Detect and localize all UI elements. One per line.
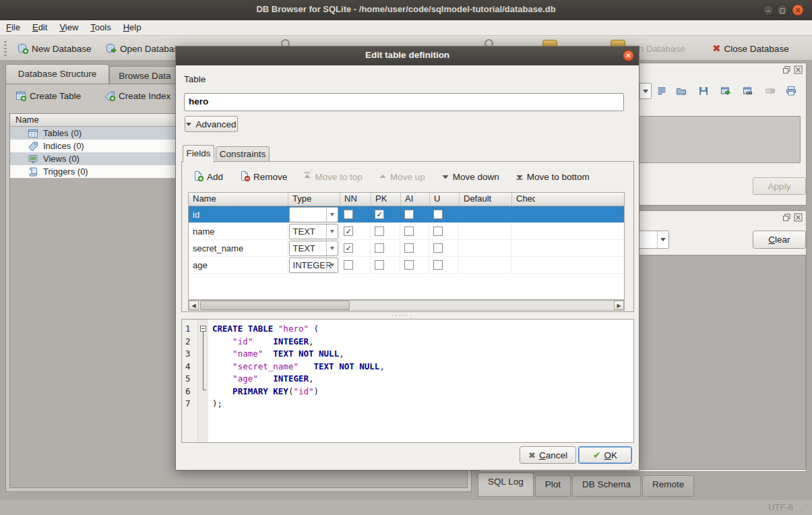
bottom-tab-plot[interactable]: Plot: [535, 475, 571, 497]
sql-log-area[interactable]: [638, 255, 806, 470]
open-database-button[interactable]: Open Database: [103, 40, 187, 57]
u-checkbox[interactable]: [433, 260, 443, 270]
menu-tools[interactable]: Tools: [84, 20, 117, 35]
dialog-close-button[interactable]: ✕: [623, 50, 634, 61]
tab-constraints[interactable]: Constraints: [216, 146, 270, 162]
column-header-check[interactable]: Check: [512, 193, 535, 206]
u-checkbox[interactable]: [433, 226, 443, 236]
scroll-thumb[interactable]: [200, 301, 350, 310]
table-name-input[interactable]: hero: [184, 93, 624, 111]
column-header-default[interactable]: Default: [460, 193, 512, 206]
save-icon[interactable]: [698, 86, 710, 98]
null-icon[interactable]: [765, 86, 777, 98]
nn-checkbox[interactable]: [344, 260, 353, 270]
default-cell[interactable]: [459, 240, 511, 256]
tab-fields[interactable]: Fields: [183, 145, 214, 162]
nn-checkbox[interactable]: ✓: [344, 243, 353, 253]
tab-browse-data[interactable]: Browse Data: [109, 66, 181, 84]
column-header-u[interactable]: U: [430, 193, 460, 206]
dialog-resize-grip[interactable]: ⋰: [630, 462, 636, 468]
field-row-name[interactable]: nameTEXT✓: [189, 223, 624, 240]
encoding-indicator[interactable]: UTF-8: [768, 502, 793, 512]
field-name-cell[interactable]: secret_name: [189, 240, 288, 256]
ok-button[interactable]: ✔ OK: [578, 446, 632, 464]
check-cell[interactable]: [511, 223, 624, 239]
ai-checkbox[interactable]: [404, 243, 414, 253]
column-header-ai[interactable]: AI: [401, 193, 430, 206]
grid-hscrollbar[interactable]: ◀ ▶: [188, 300, 625, 311]
scroll-left-icon[interactable]: ◀: [189, 301, 199, 310]
menu-file[interactable]: File: [0, 20, 26, 35]
u-checkbox[interactable]: [433, 243, 443, 253]
text-lines-icon[interactable]: [656, 86, 668, 98]
u-checkbox[interactable]: [433, 210, 443, 219]
default-cell[interactable]: [459, 223, 511, 239]
field-name-cell[interactable]: name: [189, 223, 288, 239]
create-table-button[interactable]: Create Table: [13, 89, 84, 102]
type-combo[interactable]: TEXT: [289, 224, 338, 239]
export-icon[interactable]: [720, 86, 732, 98]
field-row-id[interactable]: idINTEGER✓: [189, 206, 624, 223]
import-icon[interactable]: [676, 86, 688, 98]
move-to-bottom-button[interactable]: Move to bottom: [513, 169, 592, 185]
resize-grip[interactable]: ⋰: [801, 505, 807, 512]
link-icon[interactable]: [743, 86, 755, 98]
pk-checkbox[interactable]: [375, 226, 384, 236]
dock-close-icon[interactable]: [794, 213, 803, 222]
maximize-button[interactable]: ◻: [776, 4, 788, 16]
check-cell[interactable]: [511, 257, 624, 273]
bottom-tab-sql-log[interactable]: SQL Log: [478, 473, 534, 497]
pk-checkbox[interactable]: ✓: [375, 210, 384, 219]
ai-checkbox[interactable]: [404, 210, 414, 219]
dock-splitter[interactable]: ·······: [636, 202, 661, 210]
add-button[interactable]: Add: [190, 169, 226, 185]
remove-button[interactable]: Remove: [237, 169, 290, 185]
check-cell[interactable]: [511, 206, 624, 222]
clear-log-button[interactable]: Clear: [753, 231, 806, 249]
window-close-button[interactable]: ✕: [792, 4, 804, 16]
column-header-name[interactable]: Name: [189, 193, 288, 206]
dialog-splitter[interactable]: ······: [392, 311, 413, 319]
nn-checkbox[interactable]: ✓: [344, 226, 353, 236]
column-header-nn[interactable]: NN: [340, 193, 371, 206]
default-cell[interactable]: [459, 206, 511, 222]
new-database-button[interactable]: New Database: [15, 40, 94, 57]
minimize-button[interactable]: –: [762, 4, 774, 16]
close-database-button[interactable]: ✖ Close Database: [710, 40, 792, 57]
nn-checkbox[interactable]: [344, 210, 353, 219]
field-row-secret_name[interactable]: secret_nameTEXT✓: [189, 240, 624, 257]
move-down-button[interactable]: Move down: [439, 169, 502, 185]
default-cell[interactable]: [459, 257, 511, 273]
menu-edit[interactable]: Edit: [26, 20, 53, 35]
ai-checkbox[interactable]: [404, 260, 414, 270]
field-name-cell[interactable]: age: [189, 257, 288, 273]
menu-view[interactable]: View: [53, 20, 84, 35]
move-up-button[interactable]: Move up: [376, 169, 428, 185]
apply-button[interactable]: Apply: [753, 177, 806, 195]
field-name-cell[interactable]: id: [189, 206, 288, 222]
dock-float-icon[interactable]: [782, 213, 791, 222]
create-index-button[interactable]: Create Index: [102, 89, 173, 102]
advanced-toggle[interactable]: Advanced: [185, 116, 238, 132]
type-combo[interactable]: INTEGER: [289, 258, 338, 273]
scroll-right-icon[interactable]: ▶: [614, 301, 624, 310]
move-to-top-button[interactable]: Move to top: [301, 169, 365, 185]
type-combo[interactable]: INTEGER: [289, 207, 338, 222]
dialog-titlebar[interactable]: Edit table definition ✕: [176, 47, 639, 65]
column-header-pk[interactable]: PK: [371, 193, 401, 206]
toolbar-grip[interactable]: [4, 41, 7, 57]
dock-float-icon[interactable]: [782, 65, 791, 74]
column-header-type[interactable]: Type: [288, 193, 340, 206]
menu-help[interactable]: Help: [117, 20, 148, 35]
pk-checkbox[interactable]: [375, 243, 384, 253]
dock-close-icon[interactable]: [794, 65, 803, 74]
cancel-button[interactable]: ✖ Cancel: [520, 446, 576, 464]
ai-checkbox[interactable]: [404, 226, 414, 236]
bottom-tab-remote[interactable]: Remote: [642, 475, 694, 497]
bottom-tab-db-schema[interactable]: DB Schema: [572, 475, 641, 497]
print-icon[interactable]: [786, 86, 798, 98]
tab-database-structure[interactable]: Database Structure: [5, 64, 109, 84]
pk-checkbox[interactable]: [375, 260, 384, 270]
check-cell[interactable]: [511, 240, 624, 256]
fold-toggle-icon[interactable]: [200, 326, 206, 332]
